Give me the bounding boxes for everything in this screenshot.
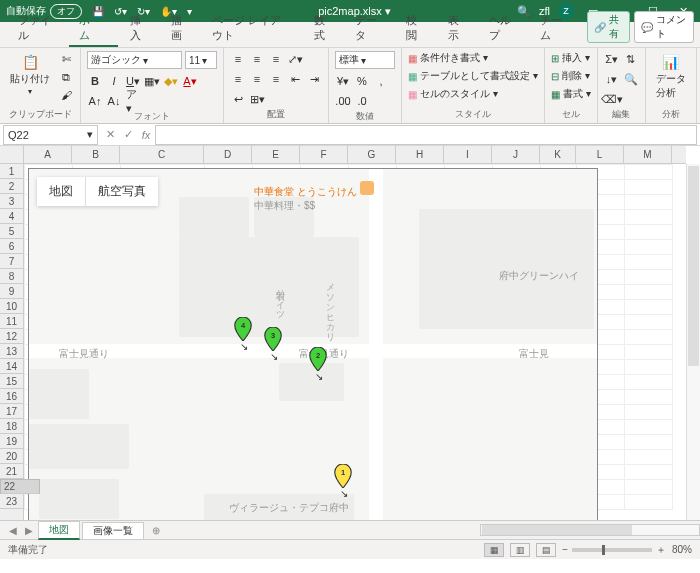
tab-view[interactable]: 表示 [438, 8, 477, 47]
percent-icon[interactable]: % [354, 73, 370, 89]
insert-cells-button[interactable]: ⊞挿入 ▾ [551, 51, 590, 65]
status-bar: 準備完了 ▦ ▥ ▤ − ＋ 80% [0, 539, 700, 559]
increase-decimal-icon[interactable]: .00 [335, 93, 351, 109]
street-label: 富士見 [519, 347, 549, 361]
building-label: 羽衣ハイツ [274, 284, 287, 314]
share-button[interactable]: 🔗 共有 [587, 11, 630, 43]
delete-cells-button[interactable]: ⊟削除 ▾ [551, 69, 590, 83]
sort-icon[interactable]: ⇅ [623, 51, 639, 67]
copy-icon[interactable]: ⧉ [58, 69, 74, 85]
ribbon-tabs: ファイル ホーム 挿入 描画 ページ レイアウト 数式 データ 校閲 表示 ヘル… [0, 22, 700, 48]
cell-grid[interactable]: 地図 航空写真 中華食堂 とうこうけん 中華料理・$$ 富士見通り 富士見通り … [24, 164, 700, 520]
select-all-corner[interactable] [0, 146, 24, 164]
align-middle-icon[interactable]: ≡ [249, 51, 265, 67]
name-box[interactable]: Q22▾ [3, 125, 98, 145]
italic-icon[interactable]: I [106, 73, 122, 89]
vertical-scrollbar[interactable] [686, 164, 700, 520]
format-cells-button[interactable]: ▦書式 ▾ [551, 87, 591, 101]
zoom-level[interactable]: 80% [672, 544, 692, 555]
tab-home[interactable]: ホーム [69, 8, 118, 47]
align-right-icon[interactable]: ≡ [268, 71, 284, 87]
sheet-nav-next-icon[interactable]: ▶ [22, 525, 36, 536]
align-left-icon[interactable]: ≡ [230, 71, 246, 87]
increase-indent-icon[interactable]: ⇥ [306, 71, 322, 87]
format-painter-icon[interactable]: 🖌 [58, 87, 74, 103]
align-top-icon[interactable]: ≡ [230, 51, 246, 67]
phonetic-icon[interactable]: ア▾ [125, 93, 141, 109]
sum-icon[interactable]: Σ▾ [604, 51, 620, 67]
increase-font-icon[interactable]: A↑ [87, 93, 103, 109]
sheet-nav-prev-icon[interactable]: ◀ [6, 525, 20, 536]
building-label: メソンヒカリ [324, 277, 337, 337]
svg-text:1: 1 [341, 468, 345, 477]
tab-formulas[interactable]: 数式 [304, 8, 343, 47]
sheet-tab-images[interactable]: 画像一覧 [82, 522, 144, 539]
row-headers[interactable]: 1234567891011121314151617181920212223 [0, 164, 24, 520]
worksheet-area: ABCDEFGHIJKLM 12345678910111213141516171… [0, 146, 700, 520]
comma-icon[interactable]: , [373, 73, 389, 89]
find-icon[interactable]: 🔍 [623, 71, 639, 87]
decrease-indent-icon[interactable]: ⇤ [287, 71, 303, 87]
fill-icon[interactable]: ↓▾ [604, 71, 620, 87]
align-bottom-icon[interactable]: ≡ [268, 51, 284, 67]
align-center-icon[interactable]: ≡ [249, 71, 265, 87]
fill-color-icon[interactable]: ◆▾ [163, 73, 179, 89]
normal-view-icon[interactable]: ▦ [484, 543, 504, 557]
map-image-object[interactable]: 地図 航空写真 中華食堂 とうこうけん 中華料理・$$ 富士見通り 富士見通り … [28, 168, 598, 520]
formula-input[interactable] [155, 125, 697, 145]
font-size-select[interactable]: 11▾ [185, 51, 217, 69]
conditional-format-button[interactable]: ▦条件付き書式 ▾ [408, 51, 488, 65]
orientation-icon[interactable]: ⤢▾ [287, 51, 303, 67]
tab-layout[interactable]: ページ レイアウト [202, 8, 302, 47]
map-pin-4[interactable]: 4↘ [234, 317, 252, 341]
number-format-select[interactable]: 標準▾ [335, 51, 395, 69]
tab-draw[interactable]: 描画 [161, 8, 200, 47]
tab-review[interactable]: 校閲 [396, 8, 435, 47]
paste-button[interactable]: 📋 貼り付け▾ [6, 51, 54, 98]
map-pin-2[interactable]: 2↘ [309, 347, 327, 371]
map-type-satellite[interactable]: 航空写真 [85, 177, 158, 206]
group-number: 標準▾ ¥▾ % , .00 .0 数値 [329, 48, 402, 123]
zoom-in-icon[interactable]: ＋ [656, 543, 666, 557]
currency-icon[interactable]: ¥▾ [335, 73, 351, 89]
merge-icon[interactable]: ⊞▾ [249, 91, 265, 107]
wrap-text-icon[interactable]: ↩ [230, 91, 246, 107]
column-headers[interactable]: ABCDEFGHIJKLM [24, 146, 686, 164]
tab-file[interactable]: ファイル [8, 8, 67, 47]
group-styles: ▦条件付き書式 ▾ ▦テーブルとして書式設定 ▾ ▦セルのスタイル ▾ スタイル [402, 48, 545, 123]
group-clipboard: 📋 貼り付け▾ ✄ ⧉ 🖌 クリップボード [0, 48, 81, 123]
cut-icon[interactable]: ✄ [58, 51, 74, 67]
clear-icon[interactable]: ⌫▾ [604, 91, 620, 107]
map-pin-1[interactable]: 1↘ [334, 464, 352, 488]
tab-team[interactable]: チーム [530, 8, 579, 47]
tab-insert[interactable]: 挿入 [120, 8, 159, 47]
fx-icon[interactable]: fx [137, 129, 155, 141]
map-type-map[interactable]: 地図 [37, 177, 85, 206]
new-sheet-button[interactable]: ⊕ [146, 525, 166, 536]
border-icon[interactable]: ▦▾ [144, 73, 160, 89]
zoom-out-icon[interactable]: − [562, 544, 568, 555]
cell-styles-button[interactable]: ▦セルのスタイル ▾ [408, 87, 498, 101]
map-pin-3[interactable]: 3↘ [264, 327, 282, 351]
sheet-tab-map[interactable]: 地図 [38, 521, 80, 540]
font-color-icon[interactable]: A▾ [182, 73, 198, 89]
analyze-data-button[interactable]: 📊 データ 分析 [652, 51, 690, 102]
bold-icon[interactable]: B [87, 73, 103, 89]
zoom-slider[interactable]: − ＋ [562, 543, 666, 557]
page-break-view-icon[interactable]: ▤ [536, 543, 556, 557]
enter-formula-icon[interactable]: ✓ [119, 128, 137, 141]
cancel-formula-icon[interactable]: ✕ [101, 128, 119, 141]
tab-data[interactable]: データ [345, 8, 394, 47]
font-name-select[interactable]: 游ゴシック▾ [87, 51, 182, 69]
horizontal-scrollbar[interactable] [480, 524, 700, 536]
comments-button[interactable]: 💬 コメント [634, 11, 694, 43]
format-as-table-button[interactable]: ▦テーブルとして書式設定 ▾ [408, 69, 538, 83]
group-cells: ⊞挿入 ▾ ⊟削除 ▾ ▦書式 ▾ セル [545, 48, 598, 123]
decrease-font-icon[interactable]: A↓ [106, 93, 122, 109]
decrease-decimal-icon[interactable]: .0 [354, 93, 370, 109]
tab-help[interactable]: ヘルプ [479, 8, 528, 47]
map-type-control[interactable]: 地図 航空写真 [37, 177, 158, 206]
map-poi[interactable]: 中華食堂 とうこうけん 中華料理・$$ [254, 181, 374, 213]
svg-text:2: 2 [316, 351, 320, 360]
page-layout-view-icon[interactable]: ▥ [510, 543, 530, 557]
